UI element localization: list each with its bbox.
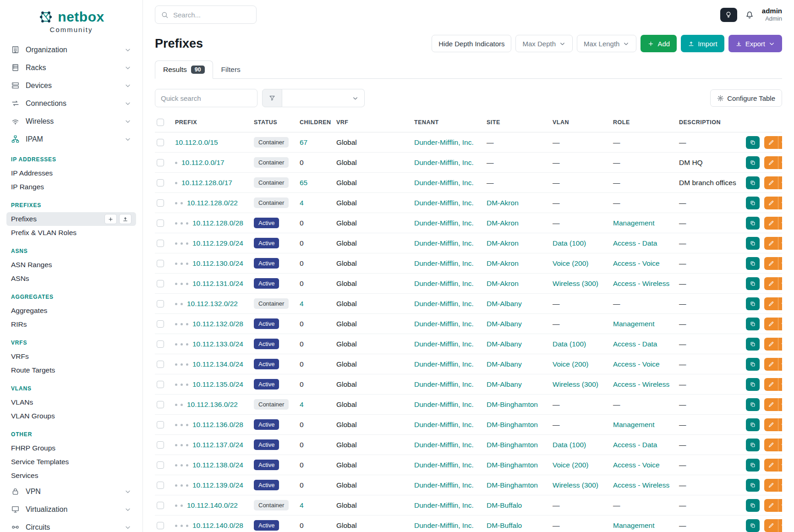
site-link[interactable]: DM-Binghamton (487, 481, 538, 489)
edit-button[interactable] (764, 358, 778, 371)
row-checkbox[interactable] (157, 280, 164, 287)
edit-button[interactable] (764, 136, 778, 149)
hide-depth-indicators-button[interactable]: Hide Depth Indicators (432, 35, 511, 52)
tenant-link[interactable]: Dunder-Mifflin, Inc. (414, 421, 474, 428)
tenant-link[interactable]: Dunder-Mifflin, Inc. (414, 280, 474, 287)
sidebar-group-organization[interactable]: Organization (6, 41, 136, 59)
sidebar-item-rirs[interactable]: RIRs (6, 318, 136, 331)
site-link[interactable]: DM-Akron (487, 280, 519, 287)
edit-button[interactable] (764, 519, 778, 532)
copy-button[interactable] (746, 459, 760, 472)
edit-dropdown-button[interactable] (778, 459, 782, 472)
copy-button[interactable] (746, 257, 760, 270)
prefix-link[interactable]: 10.112.131.0/24 (192, 280, 243, 287)
user-menu[interactable]: admin Admin (762, 7, 782, 23)
vlan-link[interactable]: Wireless (300) (553, 481, 598, 489)
edit-dropdown-button[interactable] (778, 418, 782, 431)
edit-dropdown-button[interactable] (778, 176, 782, 189)
row-checkbox[interactable] (157, 482, 164, 489)
edit-button[interactable] (764, 217, 778, 230)
edit-button[interactable] (764, 277, 778, 290)
tenant-link[interactable]: Dunder-Mifflin, Inc. (414, 320, 474, 328)
edit-dropdown-button[interactable] (778, 338, 782, 351)
sidebar-group-virtualization[interactable]: Virtualization (6, 500, 136, 518)
tenant-link[interactable]: Dunder-Mifflin, Inc. (414, 138, 474, 146)
edit-dropdown-button[interactable] (778, 398, 782, 411)
tenant-link[interactable]: Dunder-Mifflin, Inc. (414, 199, 474, 207)
edit-dropdown-button[interactable] (778, 297, 782, 310)
prefix-link[interactable]: 10.112.136.0/22 (187, 400, 238, 408)
theme-toggle-button[interactable] (720, 8, 737, 22)
site-link[interactable]: DM-Binghamton (487, 461, 538, 469)
edit-dropdown-button[interactable] (778, 237, 782, 250)
column-header-role[interactable]: ROLE (608, 113, 674, 132)
copy-button[interactable] (746, 136, 760, 149)
tab-results[interactable]: Results 90 (155, 60, 213, 79)
sidebar-item-route-targets[interactable]: Route Targets (6, 363, 136, 377)
edit-button[interactable] (764, 197, 778, 209)
prefix-link[interactable]: 10.112.138.0/24 (192, 461, 243, 469)
role-link[interactable]: Access - Data (613, 441, 657, 449)
edit-button[interactable] (764, 499, 778, 512)
site-link[interactable]: DM-Binghamton (487, 400, 538, 408)
copy-button[interactable] (746, 398, 760, 411)
row-checkbox[interactable] (157, 401, 164, 408)
prefix-link[interactable]: 10.112.0.0/17 (181, 159, 225, 166)
sidebar-item-prefixes[interactable]: Prefixes (6, 212, 136, 226)
tenant-link[interactable]: Dunder-Mifflin, Inc. (414, 461, 474, 469)
prefix-link[interactable]: 10.112.130.0/24 (192, 259, 243, 267)
edit-dropdown-button[interactable] (778, 257, 782, 270)
children-count-link[interactable]: 4 (300, 400, 304, 408)
column-header-tenant[interactable]: TENANT (410, 113, 482, 132)
edit-dropdown-button[interactable] (778, 479, 782, 492)
tenant-link[interactable]: Dunder-Mifflin, Inc. (414, 360, 474, 368)
quick-import-button[interactable] (119, 214, 131, 224)
sidebar-item-asn-ranges[interactable]: ASN Ranges (6, 258, 136, 272)
edit-button[interactable] (764, 297, 778, 310)
sidebar-item-vlans[interactable]: VLANs (6, 395, 136, 409)
role-link[interactable]: Access - Voice (613, 360, 660, 368)
edit-button[interactable] (764, 398, 778, 411)
edit-button[interactable] (764, 176, 778, 189)
row-checkbox[interactable] (157, 139, 164, 146)
edit-dropdown-button[interactable] (778, 197, 782, 209)
vlan-link[interactable]: Data (100) (553, 340, 586, 348)
copy-button[interactable] (746, 297, 760, 310)
edit-dropdown-button[interactable] (778, 499, 782, 512)
edit-button[interactable] (764, 459, 778, 472)
role-link[interactable]: Management (613, 320, 654, 328)
children-count-link[interactable]: 4 (300, 199, 304, 207)
site-link[interactable]: DM-Akron (487, 259, 519, 267)
column-header-status[interactable]: STATUS (249, 113, 295, 132)
sidebar-item-vrfs[interactable]: VRFs (6, 350, 136, 363)
role-link[interactable]: Access - Voice (613, 259, 660, 267)
role-link[interactable]: Access - Data (613, 340, 657, 348)
vlan-link[interactable]: Wireless (300) (553, 380, 598, 388)
copy-button[interactable] (746, 176, 760, 189)
copy-button[interactable] (746, 439, 760, 451)
edit-button[interactable] (764, 257, 778, 270)
sidebar-item-prefix-vlan-roles[interactable]: Prefix & VLAN Roles (6, 226, 136, 240)
edit-dropdown-button[interactable] (778, 519, 782, 532)
row-checkbox[interactable] (157, 340, 164, 348)
quick-add-button[interactable] (104, 214, 117, 224)
copy-button[interactable] (746, 156, 760, 169)
edit-dropdown-button[interactable] (778, 136, 782, 149)
copy-button[interactable] (746, 338, 760, 351)
prefix-link[interactable]: 10.112.128.0/22 (187, 199, 238, 207)
site-link[interactable]: DM-Albany (487, 300, 522, 307)
edit-dropdown-button[interactable] (778, 358, 782, 371)
edit-dropdown-button[interactable] (778, 217, 782, 230)
column-header-site[interactable]: SITE (482, 113, 548, 132)
site-link[interactable]: DM-Buffalo (487, 501, 522, 509)
export-dropdown[interactable]: Export (728, 35, 782, 52)
select-all-checkbox[interactable] (157, 119, 164, 126)
copy-button[interactable] (746, 378, 760, 391)
edit-dropdown-button[interactable] (778, 277, 782, 290)
edit-button[interactable] (764, 439, 778, 451)
column-header-children[interactable]: CHILDREN (295, 113, 332, 132)
tenant-link[interactable]: Dunder-Mifflin, Inc. (414, 239, 474, 247)
sidebar-item-aggregates[interactable]: Aggregates (6, 304, 136, 318)
edit-button[interactable] (764, 378, 778, 391)
site-link[interactable]: DM-Binghamton (487, 441, 538, 449)
